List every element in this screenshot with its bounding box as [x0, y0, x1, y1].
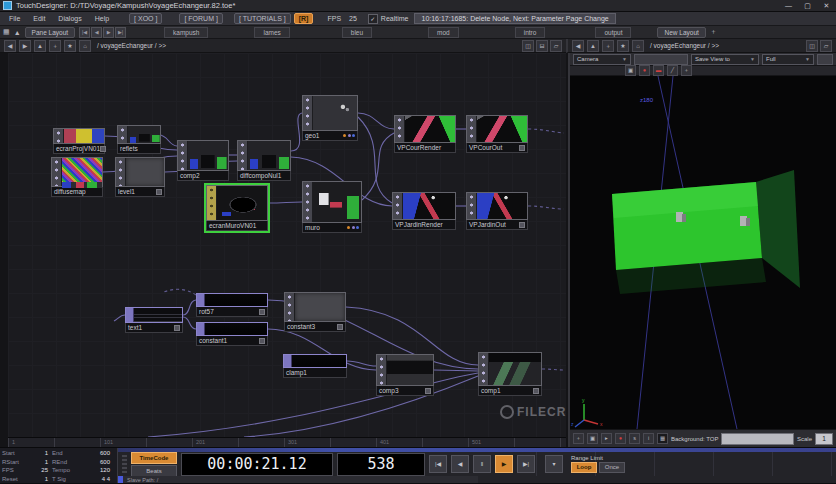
split-horizontal-icon[interactable]: ◫ [806, 40, 818, 52]
camera-select[interactable]: Camera▼ [573, 54, 631, 65]
info-icon[interactable]: i [643, 433, 654, 444]
tutorials-button[interactable]: [ TUTORIALS ] [234, 13, 291, 24]
node-muro[interactable]: muro [302, 181, 362, 233]
grid-icon[interactable]: ▦ [3, 28, 10, 36]
plus-icon[interactable]: ＋ [681, 65, 692, 76]
plus-icon[interactable]: ＋ [573, 433, 584, 444]
title-bar[interactable]: TouchDesigner: D:/TDVoyage/KampushVoyage… [0, 0, 836, 12]
node-param-column[interactable] [116, 158, 126, 186]
minimize-button[interactable]: — [779, 0, 798, 11]
pointer-icon[interactable]: ▲ [14, 29, 21, 36]
record-icon[interactable]: ● [615, 433, 626, 444]
camera-icon[interactable]: ▣ [587, 433, 598, 444]
pager-next-button[interactable]: ▶ [103, 27, 114, 38]
pane-layout-button[interactable]: Pane Layout [25, 27, 76, 38]
nav-up-icon[interactable]: ▲ [587, 40, 599, 52]
view-name-input[interactable] [634, 54, 688, 65]
field-value[interactable]: 4 4 [88, 476, 114, 482]
float-pane-icon[interactable]: ▱ [820, 40, 832, 52]
beats-mode-button[interactable]: Beats [131, 465, 177, 477]
node-param-column[interactable] [303, 96, 313, 130]
viewer-flag[interactable] [100, 146, 106, 152]
node-param-column[interactable] [197, 294, 205, 306]
bookmark-star-icon[interactable]: ★ [617, 40, 629, 52]
node-reflets[interactable]: reflets [117, 125, 161, 154]
viewer-flag[interactable] [174, 325, 180, 331]
field-value[interactable]: 1 [32, 459, 52, 465]
nav-up-icon[interactable]: ▲ [34, 40, 46, 52]
transport-options-button[interactable]: ▾ [545, 455, 563, 473]
scale-input[interactable]: 1 [815, 433, 833, 445]
node-constant3[interactable]: constant3 [284, 292, 346, 332]
maximize-button[interactable]: ▢ [798, 0, 817, 11]
timecode-mode-button[interactable]: TimeCode [131, 452, 177, 464]
step-back-button[interactable]: ◀ [451, 455, 469, 473]
display-flag[interactable] [352, 134, 355, 137]
node-rot57[interactable]: rot57 [196, 293, 268, 317]
node-comp2[interactable]: comp2 [177, 140, 229, 181]
display-flag[interactable] [356, 226, 359, 229]
node-param-column[interactable] [303, 182, 313, 222]
node-diffusemap[interactable]: diffusemap [51, 157, 103, 197]
preset-mod-button[interactable]: mod [428, 27, 459, 38]
field-value[interactable]: 25 [32, 467, 52, 473]
record-icon[interactable]: ● [639, 65, 650, 76]
node-param-column[interactable] [393, 193, 403, 219]
close-button[interactable]: ✕ [817, 0, 836, 11]
camera-icon[interactable]: ▣ [625, 65, 636, 76]
node-comp3[interactable]: comp3 [376, 354, 434, 396]
node-param-column[interactable] [118, 126, 128, 143]
viewer-flag[interactable] [519, 145, 525, 151]
node-vpjardinrender[interactable]: VPJardinRender [392, 192, 456, 230]
node-param-column[interactable] [467, 193, 477, 219]
display-mode-select[interactable]: Full▼ [762, 54, 814, 65]
node-comp1[interactable]: comp1 [478, 352, 542, 396]
node-level1[interactable]: level1 [115, 157, 165, 197]
play-button[interactable]: ▶ [495, 455, 513, 473]
jump-start-button[interactable]: |◀ [429, 455, 447, 473]
menu-help[interactable]: Help [90, 15, 114, 22]
preset-bleu-button[interactable]: bleu [342, 27, 372, 38]
split-horizontal-icon[interactable]: ◫ [522, 40, 534, 52]
viewer-flag[interactable] [259, 338, 265, 344]
timeline-settings-panel[interactable]: Start 1 End 600 RStart 1 REnd 600 FPS 25… [0, 448, 118, 484]
node-ecranprojvn01[interactable]: ecranProjVN01 [53, 128, 105, 154]
node-param-column[interactable] [395, 116, 405, 142]
viewer-flag[interactable] [533, 388, 539, 394]
menu-dialogs[interactable]: Dialogs [53, 15, 86, 22]
node-param-column[interactable] [238, 141, 248, 170]
render-flag[interactable] [347, 226, 350, 229]
arrow-icon[interactable]: ▸ [601, 433, 612, 444]
field-value[interactable]: 600 [88, 450, 114, 456]
bookmark-star-icon[interactable]: ★ [64, 40, 76, 52]
render-flag[interactable] [343, 134, 346, 137]
menu-file[interactable]: File [4, 15, 25, 22]
node-constant1[interactable]: constant1 [196, 322, 268, 346]
step-forward-button[interactable]: ▶| [517, 455, 535, 473]
node-vpjardinout[interactable]: VPJardinOut [466, 192, 528, 230]
node-param-column[interactable] [479, 353, 489, 385]
add-icon[interactable]: ＋ [49, 40, 61, 52]
node-param-column[interactable] [467, 116, 477, 142]
3d-viewport[interactable]: z180 y x z [570, 76, 836, 429]
alert-button[interactable]: [R] [294, 13, 314, 24]
viewer-flag[interactable] [337, 324, 343, 330]
node-param-column[interactable] [54, 129, 64, 143]
add-icon[interactable]: ＋ [602, 40, 614, 52]
realtime-checkbox[interactable]: ✓ [368, 14, 378, 24]
nav-back-icon[interactable]: ◀ [4, 40, 16, 52]
node-param-column[interactable] [284, 355, 292, 367]
node-param-column[interactable] [285, 293, 295, 321]
node-geo1[interactable]: geo1 [302, 95, 358, 141]
preset-kampush-button[interactable]: kampush [164, 27, 208, 38]
snap-icon[interactable]: s [629, 433, 640, 444]
field-value[interactable]: 120 [88, 467, 114, 473]
pause-button[interactable]: ‖ [473, 455, 491, 473]
pickable-flag[interactable] [348, 134, 351, 137]
node-vpcourrender[interactable]: VPCourRender [394, 115, 456, 153]
nav-back-icon[interactable]: ◀ [572, 40, 584, 52]
node-clamp1[interactable]: clamp1 [283, 354, 347, 378]
once-button[interactable]: Once [599, 462, 625, 473]
node-param-column[interactable] [178, 141, 188, 170]
home-icon[interactable]: ⌂ [79, 40, 91, 52]
